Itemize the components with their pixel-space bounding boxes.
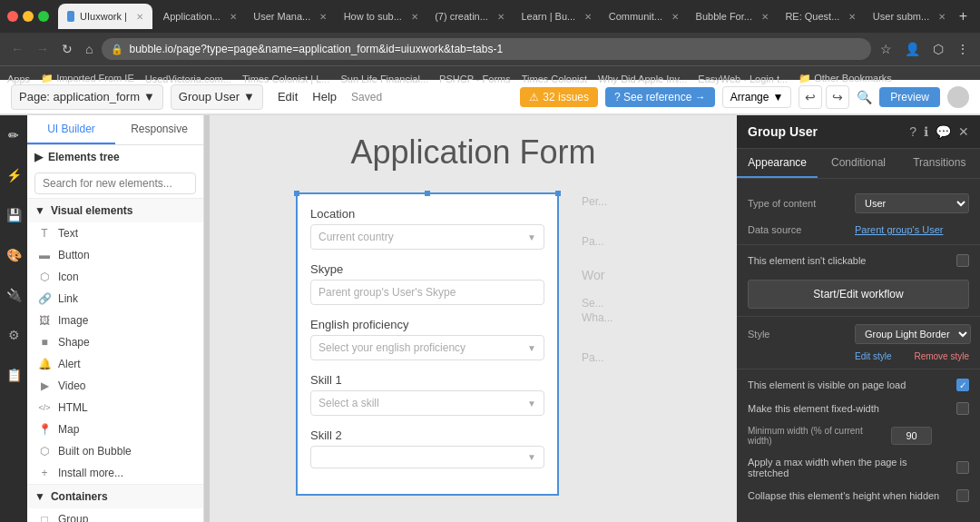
skype-input[interactable]: Parent group's User's Skype xyxy=(310,280,544,305)
search-elements-input[interactable] xyxy=(34,172,196,194)
visible-checkbox[interactable]: ✓ xyxy=(956,379,969,391)
element-video[interactable]: ▶ Video xyxy=(27,375,203,397)
props-close-icon[interactable]: ✕ xyxy=(958,124,969,139)
data-source-link[interactable]: Parent group's User xyxy=(855,224,943,235)
data-icon[interactable]: 💾 xyxy=(1,202,27,228)
tab-user-manage[interactable]: User Mana... ✕ xyxy=(244,4,332,29)
home-button[interactable]: ⌂ xyxy=(82,38,96,60)
plugins-icon[interactable]: 🔌 xyxy=(1,282,27,308)
tab-close-bubble-for[interactable]: ✕ xyxy=(761,12,769,22)
tab-bubble-for[interactable]: Bubble For... ✕ xyxy=(687,4,775,29)
redo-button[interactable]: ↪ xyxy=(826,85,849,109)
tab-close-re-quest[interactable]: ✕ xyxy=(848,12,856,22)
settings-icon[interactable]: ⚙ xyxy=(3,322,25,348)
tab-close-how-to-sub[interactable]: ✕ xyxy=(411,12,418,22)
tab-re-quest[interactable]: RE: Quest... ✕ xyxy=(776,4,861,29)
type-of-content-select[interactable]: User xyxy=(855,193,969,213)
tab-how-to-sub[interactable]: How to sub... ✕ xyxy=(335,4,425,29)
collapse-checkbox[interactable] xyxy=(956,489,969,502)
tab-close-user-manage[interactable]: ✕ xyxy=(319,12,327,22)
bookmark-other[interactable]: 📁 Other Bookmarks xyxy=(799,73,892,84)
skill1-input[interactable]: Select a skill ▼ xyxy=(310,390,544,416)
arrange-button[interactable]: Arrange ▼ xyxy=(722,86,792,108)
tab-conditional[interactable]: Conditional xyxy=(818,149,898,178)
ui-builder-tab[interactable]: UI Builder xyxy=(27,115,115,144)
element-html[interactable]: </> HTML xyxy=(27,397,203,419)
bookmark-times-colonist-2[interactable]: Times Colonist xyxy=(522,74,587,84)
close-window-btn[interactable] xyxy=(7,11,18,22)
tab-user-subm[interactable]: User subm... ✕ xyxy=(864,4,952,29)
tab-close-creating[interactable]: ✕ xyxy=(497,12,505,22)
props-info-icon[interactable]: ℹ xyxy=(924,124,928,139)
bookmark-apps[interactable]: Apps xyxy=(7,74,30,84)
element-link[interactable]: 🔗 Link xyxy=(27,288,203,310)
props-help-icon[interactable]: ? xyxy=(909,124,916,139)
containers-header[interactable]: ▼ Containers xyxy=(27,484,203,508)
search-button[interactable]: 🔍 xyxy=(857,90,872,104)
tab-close-community[interactable]: ✕ xyxy=(671,12,679,22)
element-alert[interactable]: 🔔 Alert xyxy=(27,353,203,375)
element-group[interactable]: □ Group xyxy=(27,508,203,522)
element-install-more[interactable]: + Install more... xyxy=(27,462,203,484)
tab-application[interactable]: Application... ✕ xyxy=(154,4,242,29)
skill2-input[interactable]: ▼ xyxy=(310,446,544,468)
bookmark-button[interactable]: ☆ xyxy=(877,38,896,60)
bookmark-times-colonist[interactable]: Times Colonist | L... xyxy=(242,74,330,84)
edit-style-link[interactable]: Edit style xyxy=(855,351,892,361)
tab-uiuxwork[interactable]: UIuxwork | ✕ xyxy=(58,4,152,29)
tab-transitions[interactable]: Transitions xyxy=(899,149,980,178)
bookmark-apple[interactable]: Why Did Apple Inv... xyxy=(598,74,687,84)
address-bar[interactable]: 🔒 bubble.io/page?type=page&name=applicat… xyxy=(102,38,871,60)
bookmark-sunlife[interactable]: Sun Life Financial... xyxy=(340,74,428,84)
min-width-input[interactable]: 90 xyxy=(891,427,932,445)
tab-close-uiuxwork[interactable]: ✕ xyxy=(136,12,143,22)
maximize-window-btn[interactable] xyxy=(38,11,49,22)
new-tab-button[interactable]: + xyxy=(954,8,973,25)
tab-close-user-subm[interactable]: ✕ xyxy=(938,12,946,22)
workflow-icon[interactable]: ⚡ xyxy=(1,163,27,188)
workflow-button[interactable]: Start/Edit workflow xyxy=(748,280,969,309)
profile-icon[interactable]: 👤 xyxy=(901,38,924,60)
menu-button[interactable]: ⋮ xyxy=(953,38,973,60)
remove-style-link[interactable]: Remove style xyxy=(914,351,969,361)
extensions-button[interactable]: ⬡ xyxy=(929,38,947,60)
elements-tree-header[interactable]: ▶ Elements tree xyxy=(27,145,203,169)
tab-creating[interactable]: (7) creatin... ✕ xyxy=(426,4,510,29)
forward-button[interactable]: → xyxy=(33,38,53,60)
bookmark-usedvictoria[interactable]: UsedVictoria.com... xyxy=(145,74,231,84)
reload-button[interactable]: ↻ xyxy=(58,38,76,60)
back-button[interactable]: ← xyxy=(7,38,27,60)
edit-link[interactable]: Edit xyxy=(278,90,298,103)
element-text[interactable]: T Text xyxy=(27,222,203,244)
see-reference-button[interactable]: ? See reference → xyxy=(605,87,715,107)
element-shape[interactable]: ■ Shape xyxy=(27,331,203,353)
bookmark-easyweb[interactable]: EasyWeb - Login t... xyxy=(698,74,788,84)
tab-appearance[interactable]: Appearance xyxy=(737,149,818,178)
tab-community[interactable]: Communit... ✕ xyxy=(600,4,685,29)
not-clickable-checkbox[interactable] xyxy=(956,254,969,267)
issues-button[interactable]: ⚠ 32 issues xyxy=(520,87,598,107)
fixed-width-checkbox[interactable] xyxy=(956,402,969,415)
max-width-checkbox[interactable] xyxy=(956,461,969,474)
element-button[interactable]: ▬ Button xyxy=(27,244,203,266)
english-proficiency-input[interactable]: Select your english proficiency ▼ xyxy=(310,335,544,360)
tab-learn[interactable]: Learn | Bu... ✕ xyxy=(512,4,597,29)
logs-icon[interactable]: 📋 xyxy=(1,362,27,388)
styles-icon[interactable]: 🎨 xyxy=(1,242,27,268)
page-selector[interactable]: Page: application_form ▼ xyxy=(11,84,163,110)
undo-button[interactable]: ↩ xyxy=(799,85,822,109)
responsive-tab[interactable]: Responsive xyxy=(115,115,203,144)
element-icon[interactable]: ⬡ Icon xyxy=(27,266,203,288)
element-built-on-bubble[interactable]: ⬡ Built on Bubble xyxy=(27,440,203,462)
design-icon[interactable]: ✏ xyxy=(3,123,24,148)
preview-button[interactable]: Preview xyxy=(879,87,940,107)
minimize-window-btn[interactable] xyxy=(23,11,34,22)
user-avatar[interactable] xyxy=(947,86,969,108)
tab-close-application[interactable]: ✕ xyxy=(230,12,237,22)
element-selector[interactable]: Group User ▼ xyxy=(171,84,263,110)
location-input[interactable]: Current country ▼ xyxy=(310,224,544,250)
element-map[interactable]: 📍 Map xyxy=(27,419,203,440)
props-comment-icon[interactable]: 💬 xyxy=(936,124,951,139)
tab-close-learn[interactable]: ✕ xyxy=(584,12,592,22)
visual-elements-header[interactable]: ▼ Visual elements xyxy=(27,198,203,222)
